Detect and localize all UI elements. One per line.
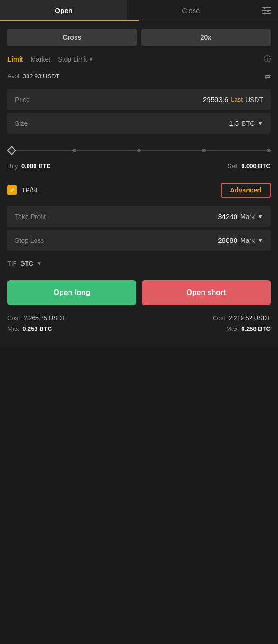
order-type-market[interactable]: Market bbox=[30, 55, 50, 63]
tab-bar: Open Close bbox=[0, 0, 278, 21]
take-profit-right: 34240 Mark ▼ bbox=[218, 212, 263, 220]
take-profit-label: Take Profit bbox=[15, 213, 46, 220]
size-dropdown-icon[interactable]: ▼ bbox=[257, 120, 263, 127]
order-type-row: Limit Market Stop Limit ▼ ⓘ bbox=[0, 46, 278, 67]
tif-label: TIF bbox=[7, 260, 17, 267]
open-short-button[interactable]: Open short bbox=[142, 280, 271, 305]
size-field[interactable]: Size 1.5 BTC ▼ bbox=[7, 113, 271, 134]
price-currency: USDT bbox=[245, 96, 263, 103]
slider-dot-25 bbox=[72, 149, 76, 152]
price-tag: Last bbox=[231, 96, 243, 103]
open-long-button[interactable]: Open long bbox=[7, 280, 136, 305]
price-label: Price bbox=[15, 96, 30, 103]
short-max: Max 0.258 BTC bbox=[226, 325, 271, 332]
tif-row: TIF GTC ▼ bbox=[0, 253, 278, 276]
avbl-label: Avbl 382.93 USDT bbox=[7, 73, 59, 80]
take-profit-field[interactable]: Take Profit 34240 Mark ▼ bbox=[7, 206, 271, 227]
slider-container bbox=[0, 137, 278, 159]
svg-point-1 bbox=[264, 7, 266, 9]
transfer-icon[interactable]: ⇄ bbox=[264, 72, 271, 81]
checkbox-check-icon: ✓ bbox=[10, 187, 14, 193]
tab-close[interactable]: Close bbox=[127, 0, 255, 21]
leverage-button[interactable]: 20x bbox=[141, 29, 271, 46]
long-cost: Cost 2,265.75 USDT bbox=[7, 315, 65, 322]
available-balance-row: Avbl 382.93 USDT ⇄ bbox=[0, 67, 278, 86]
short-cost: Cost 2,219.52 USDT bbox=[213, 315, 271, 322]
tif-dropdown-icon[interactable]: ▼ bbox=[37, 261, 42, 266]
order-type-stop-limit[interactable]: Stop Limit ▼ bbox=[58, 55, 93, 63]
tpsl-left: ✓ TP/SL bbox=[7, 185, 40, 195]
long-max: Max 0.253 BTC bbox=[7, 325, 52, 332]
buy-sell-row: Buy 0.000 BTC Sell 0.000 BTC bbox=[0, 159, 278, 177]
order-type-limit[interactable]: Limit bbox=[7, 55, 23, 63]
action-buttons-row: Open long Open short bbox=[0, 276, 278, 313]
size-right: 1.5 BTC ▼ bbox=[229, 119, 263, 127]
size-value: 1.5 bbox=[229, 119, 239, 127]
avbl-value: 382.93 USDT bbox=[23, 73, 60, 80]
stop-loss-dropdown-icon[interactable]: ▼ bbox=[257, 237, 263, 244]
take-profit-dropdown-icon[interactable]: ▼ bbox=[257, 213, 263, 220]
info-icon[interactable]: ⓘ bbox=[264, 55, 271, 63]
stop-loss-right: 28880 Mark ▼ bbox=[218, 236, 263, 244]
take-profit-mode: Mark bbox=[240, 213, 255, 220]
sell-info: Sell 0.000 BTC bbox=[228, 163, 271, 170]
price-right: 29593.6 Last USDT bbox=[203, 96, 263, 103]
slider-background bbox=[7, 150, 271, 151]
slider-dot-100 bbox=[267, 149, 271, 152]
stop-loss-field[interactable]: Stop Loss 28880 Mark ▼ bbox=[7, 230, 271, 251]
tpsl-row: ✓ TP/SL Advanced bbox=[0, 177, 278, 203]
cross-button[interactable]: Cross bbox=[7, 29, 137, 46]
stop-limit-arrow-icon: ▼ bbox=[89, 57, 94, 62]
size-label: Size bbox=[15, 120, 28, 127]
slider-track[interactable] bbox=[7, 146, 271, 155]
tif-value[interactable]: GTC bbox=[21, 260, 33, 267]
slider-dot-75 bbox=[202, 149, 206, 152]
price-field[interactable]: Price 29593.6 Last USDT bbox=[7, 89, 271, 110]
margin-leverage-row: Cross 20x bbox=[0, 21, 278, 46]
slider-thumb[interactable] bbox=[7, 146, 16, 155]
svg-point-5 bbox=[264, 12, 266, 14]
tpsl-checkbox[interactable]: ✓ bbox=[7, 185, 17, 195]
stop-loss-label: Stop Loss bbox=[15, 237, 44, 244]
stop-loss-value: 28880 bbox=[218, 236, 237, 244]
take-profit-value: 34240 bbox=[218, 212, 237, 220]
stop-loss-mode: Mark bbox=[240, 237, 255, 244]
tpsl-label: TP/SL bbox=[21, 186, 40, 194]
slider-markers bbox=[7, 149, 271, 152]
cost-row: Cost 2,265.75 USDT Cost 2,219.52 USDT bbox=[0, 313, 278, 323]
settings-icon[interactable] bbox=[255, 0, 278, 21]
max-row: Max 0.253 BTC Max 0.258 BTC bbox=[0, 323, 278, 336]
tab-open[interactable]: Open bbox=[0, 0, 127, 21]
buy-info: Buy 0.000 BTC bbox=[7, 163, 51, 170]
trading-panel: Open Close Cross 20x Limit Market Stop L… bbox=[0, 0, 278, 347]
advanced-button[interactable]: Advanced bbox=[221, 183, 271, 198]
size-currency: BTC bbox=[242, 120, 255, 127]
price-value: 29593.6 bbox=[203, 96, 228, 103]
svg-point-3 bbox=[267, 9, 270, 12]
slider-dot-50 bbox=[137, 149, 141, 152]
